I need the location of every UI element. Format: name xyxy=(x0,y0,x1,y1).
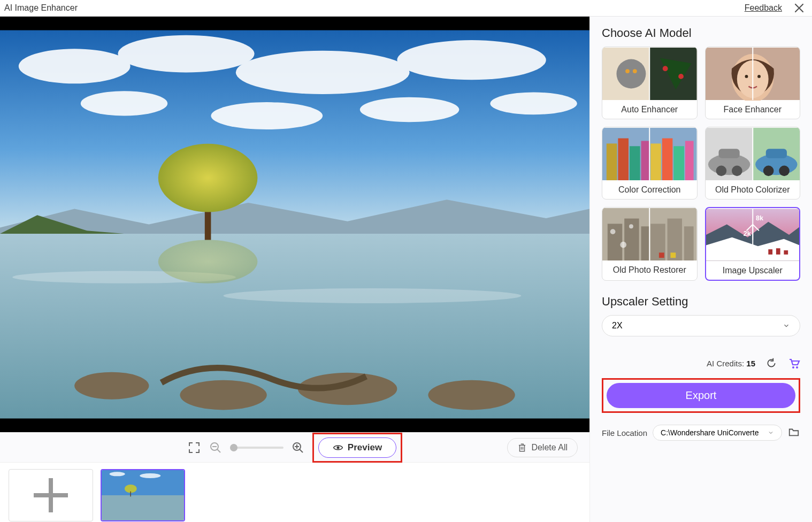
upscaler-select[interactable]: 2X xyxy=(602,315,800,336)
svg-point-17 xyxy=(180,380,266,410)
svg-rect-76 xyxy=(659,252,664,258)
model-grid: Auto Enhancer Face Enhancer xyxy=(602,47,800,281)
svg-rect-57 xyxy=(718,149,739,158)
svg-rect-48 xyxy=(641,141,650,180)
credits-row: AI Credits: 15 xyxy=(602,357,800,370)
svg-rect-79 xyxy=(768,249,772,255)
file-location-select[interactable]: C:\Wondershare UniConverte xyxy=(653,425,782,441)
file-location-row: File Location C:\Wondershare UniConverte xyxy=(602,425,800,441)
svg-point-32 xyxy=(616,59,646,89)
plus-icon xyxy=(9,470,93,521)
model-color-correction[interactable]: Color Correction xyxy=(602,127,698,199)
svg-point-9 xyxy=(490,93,577,115)
svg-point-34 xyxy=(633,69,637,73)
file-location-value: C:\Wondershare UniConverte xyxy=(661,428,759,437)
close-button[interactable] xyxy=(793,2,806,14)
model-image-upscaler[interactable]: 2k 8k Image Upscaler xyxy=(705,207,801,281)
preview-image xyxy=(0,17,589,432)
zoom-out-button[interactable] xyxy=(209,441,223,455)
export-button-highlight: Export xyxy=(602,378,800,413)
model-auto-enhancer[interactable]: Auto Enhancer xyxy=(602,47,698,119)
color-correction-thumb xyxy=(602,127,697,181)
zoom-slider[interactable] xyxy=(230,447,284,449)
zoom-in-button[interactable] xyxy=(291,441,305,455)
auto-enhancer-thumb xyxy=(602,47,697,101)
svg-rect-61 xyxy=(765,149,786,158)
preview-button[interactable]: Preview xyxy=(318,437,396,458)
svg-point-42 xyxy=(757,75,761,78)
upscaler-setting-title: Upscaler Setting xyxy=(602,295,800,309)
svg-point-62 xyxy=(763,166,773,176)
svg-point-3 xyxy=(118,35,254,73)
svg-point-33 xyxy=(625,69,630,73)
zoom-slider-knob[interactable] xyxy=(230,444,238,451)
svg-rect-25 xyxy=(102,495,184,520)
upscaler-value: 2X xyxy=(612,321,623,331)
delete-all-button[interactable]: Delete All xyxy=(507,438,578,457)
preview-area xyxy=(0,17,589,432)
choose-model-title: Choose AI Model xyxy=(602,26,800,40)
svg-point-72 xyxy=(610,229,616,234)
buy-credits-button[interactable] xyxy=(787,357,800,370)
svg-rect-0 xyxy=(0,17,589,30)
right-panel: Choose AI Model Auto Enhancer xyxy=(589,17,812,522)
svg-rect-52 xyxy=(685,141,694,180)
model-label: Old Photo Restorer xyxy=(602,261,697,279)
thumbnail-1[interactable] xyxy=(101,469,185,521)
svg-rect-49 xyxy=(650,143,661,180)
file-location-label: File Location xyxy=(602,428,647,437)
eye-icon xyxy=(333,442,343,453)
model-label: Auto Enhancer xyxy=(602,101,697,119)
svg-point-58 xyxy=(716,166,726,176)
svg-rect-46 xyxy=(618,139,629,180)
svg-rect-75 xyxy=(670,252,676,258)
titlebar: AI Image Enhancer Feedback xyxy=(0,0,812,16)
old-photo-restorer-thumb xyxy=(602,208,697,261)
model-face-enhancer[interactable]: Face Enhancer xyxy=(705,47,801,119)
svg-point-16 xyxy=(74,372,149,400)
svg-point-14 xyxy=(158,144,258,212)
svg-point-86 xyxy=(796,366,798,369)
refresh-icon xyxy=(766,358,777,369)
model-label: Face Enhancer xyxy=(706,101,800,119)
preview-toolbar: Preview Delete All xyxy=(0,432,589,462)
model-label: Old Photo Colorizer xyxy=(706,181,800,199)
open-folder-button[interactable] xyxy=(787,426,800,440)
refresh-credits-button[interactable] xyxy=(766,358,777,369)
svg-point-29 xyxy=(140,473,160,478)
svg-point-15 xyxy=(158,240,258,283)
image-upscaler-thumb: 2k 8k xyxy=(706,208,800,262)
feedback-link[interactable]: Feedback xyxy=(745,3,782,13)
add-image-button[interactable] xyxy=(9,469,93,521)
main: Preview Delete All Choose A xyxy=(0,16,812,522)
svg-rect-66 xyxy=(608,224,622,260)
svg-rect-68 xyxy=(641,226,650,260)
svg-point-63 xyxy=(779,166,790,176)
svg-text:2k: 2k xyxy=(743,230,751,237)
old-photo-colorizer-thumb xyxy=(706,127,800,181)
svg-text:8k: 8k xyxy=(756,214,764,222)
svg-point-12 xyxy=(224,288,522,303)
fit-screen-button[interactable] xyxy=(187,441,201,455)
expand-icon xyxy=(188,441,201,454)
app-title: AI Image Enhancer xyxy=(4,3,78,13)
svg-rect-71 xyxy=(684,226,694,260)
svg-point-28 xyxy=(110,472,125,476)
thumbnail-image xyxy=(102,470,184,520)
preview-button-label: Preview xyxy=(348,442,382,453)
svg-rect-81 xyxy=(784,250,788,255)
svg-point-5 xyxy=(397,40,546,80)
svg-point-85 xyxy=(792,366,794,369)
svg-rect-51 xyxy=(673,146,684,180)
svg-point-7 xyxy=(211,102,323,129)
svg-point-19 xyxy=(428,380,515,410)
svg-point-59 xyxy=(732,166,742,176)
model-old-photo-colorizer[interactable]: Old Photo Colorizer xyxy=(705,127,801,199)
export-button[interactable]: Export xyxy=(607,383,795,408)
credits-label: AI Credits: xyxy=(707,359,744,368)
model-old-photo-restorer[interactable]: Old Photo Restorer xyxy=(602,207,698,281)
svg-point-4 xyxy=(236,51,410,94)
face-enhancer-thumb xyxy=(706,47,800,101)
credits-value: 15 xyxy=(746,359,755,368)
svg-rect-27 xyxy=(130,492,131,497)
